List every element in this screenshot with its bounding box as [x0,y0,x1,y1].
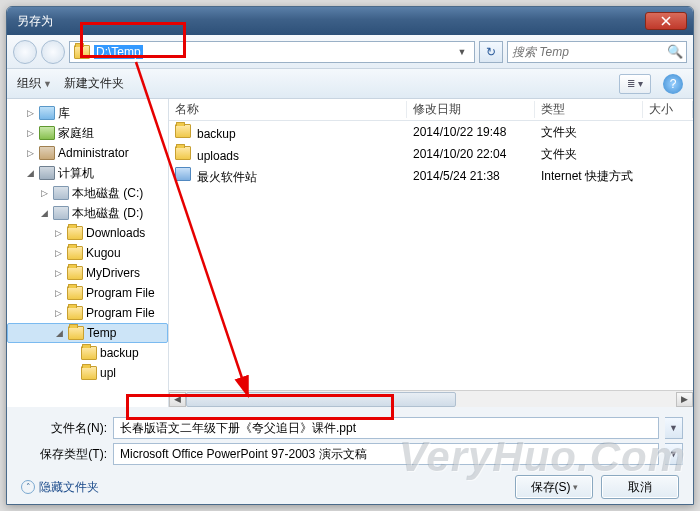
nav-bar: D:\Temp ▼ ↻ 🔍 [7,35,693,69]
path-text: D:\Temp [94,45,143,59]
window-title: 另存为 [13,13,645,30]
hide-folders-link[interactable]: ˄ 隐藏文件夹 [21,479,99,496]
forward-button[interactable] [41,40,65,64]
refresh-icon: ↻ [486,45,496,59]
save-as-dialog: 另存为 D:\Temp ▼ ↻ 🔍 组织▼ 新建文件夹 ≣ ▾ ? ▷库 ▷ [6,6,694,505]
filename-input[interactable] [120,421,652,435]
search-input[interactable] [512,45,663,59]
tree-mydrivers[interactable]: ▷MyDrivers [7,263,168,283]
folder-icon [74,45,90,59]
new-folder-button[interactable]: 新建文件夹 [64,75,124,92]
col-name[interactable]: 名称 [169,101,407,118]
filename-label: 文件名(N): [17,420,107,437]
search-box[interactable]: 🔍 [507,41,687,63]
help-button[interactable]: ? [663,74,683,94]
file-row[interactable]: backup2014/10/22 19:48文件夹 [169,121,693,143]
tree-kugou[interactable]: ▷Kugou [7,243,168,263]
col-date[interactable]: 修改日期 [407,101,535,118]
scroll-thumb[interactable] [186,392,456,407]
tree-computer[interactable]: ◢计算机 [7,163,168,183]
filename-dropdown[interactable]: ▼ [665,417,683,439]
tree-homegroup[interactable]: ▷家庭组 [7,123,168,143]
tree-drive-c[interactable]: ▷本地磁盘 (C:) [7,183,168,203]
body-area: ▷库 ▷家庭组 ▷Administrator ◢计算机 ▷本地磁盘 (C:) ◢… [7,99,693,407]
scroll-right-button[interactable]: ▶ [676,392,693,407]
tree-programfiles2[interactable]: ▷Program File [7,303,168,323]
scroll-left-button[interactable]: ◀ [169,392,186,407]
filetype-label: 保存类型(T): [17,446,107,463]
file-list: 名称 修改日期 类型 大小 backup2014/10/22 19:48文件夹u… [169,99,693,407]
bottom-panel: 文件名(N): ▼ 保存类型(T): Microsoft Office Powe… [7,407,693,505]
back-button[interactable] [13,40,37,64]
close-button[interactable] [645,12,687,30]
view-button[interactable]: ≣ ▾ [619,74,651,94]
organize-menu[interactable]: 组织▼ [17,75,52,92]
address-bar[interactable]: D:\Temp ▼ [69,41,475,63]
col-type[interactable]: 类型 [535,101,643,118]
tree-user[interactable]: ▷Administrator [7,143,168,163]
filename-input-wrap [113,417,659,439]
tree-backup[interactable]: backup [7,343,168,363]
column-headers[interactable]: 名称 修改日期 类型 大小 [169,99,693,121]
chevron-down-icon[interactable]: ▼ [454,47,470,57]
tree-downloads[interactable]: ▷Downloads [7,223,168,243]
tree-uploads[interactable]: upl [7,363,168,383]
chevron-up-icon: ˄ [21,480,35,494]
tree-library[interactable]: ▷库 [7,103,168,123]
tree-programfiles[interactable]: ▷Program File [7,283,168,303]
file-row[interactable]: uploads2014/10/20 22:04文件夹 [169,143,693,165]
file-row[interactable]: 最火软件站2014/5/24 21:38Internet 快捷方式 [169,165,693,187]
tree-drive-d[interactable]: ◢本地磁盘 (D:) [7,203,168,223]
refresh-button[interactable]: ↻ [479,41,503,63]
filetype-dropdown[interactable]: ▼ [665,443,683,465]
close-icon [661,16,671,26]
search-icon: 🔍 [667,44,683,59]
horizontal-scrollbar[interactable]: ◀ ▶ [169,390,693,407]
save-button[interactable]: 保存(S)▾ [515,475,593,499]
titlebar: 另存为 [7,7,693,35]
col-size[interactable]: 大小 [643,101,693,118]
toolbar: 组织▼ 新建文件夹 ≣ ▾ ? [7,69,693,99]
cancel-button[interactable]: 取消 [601,475,679,499]
filetype-select[interactable]: Microsoft Office PowerPoint 97-2003 演示文稿 [113,443,659,465]
tree-temp[interactable]: ◢Temp [7,323,168,343]
folder-tree[interactable]: ▷库 ▷家庭组 ▷Administrator ◢计算机 ▷本地磁盘 (C:) ◢… [7,99,169,407]
